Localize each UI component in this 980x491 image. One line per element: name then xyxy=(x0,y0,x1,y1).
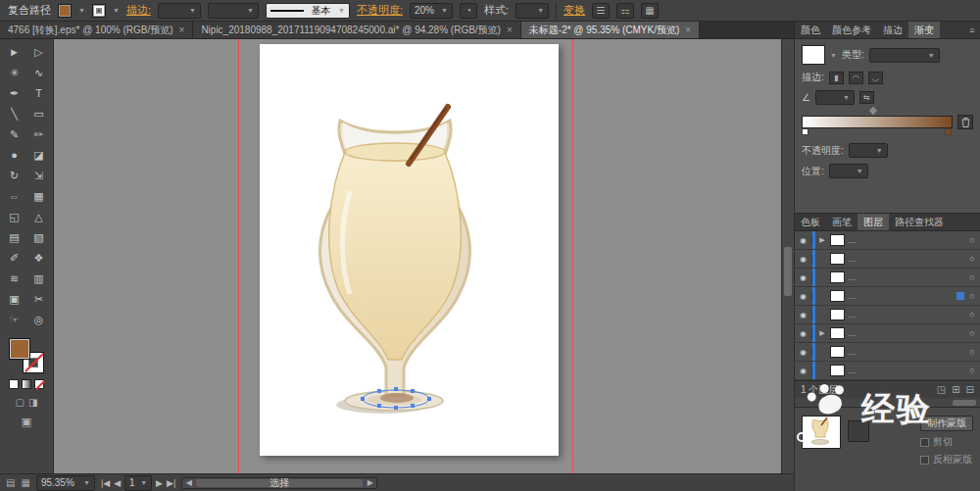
close-icon[interactable]: × xyxy=(507,25,513,35)
scale-tool[interactable]: ⇲ xyxy=(26,166,51,186)
stroke-color-swatch[interactable] xyxy=(92,4,106,18)
target-circle[interactable]: ○ xyxy=(964,328,980,338)
artwork-thumbnail[interactable] xyxy=(802,416,841,449)
layer-thumbnail[interactable] xyxy=(830,253,845,265)
artboard-tool[interactable]: ▣ xyxy=(2,289,26,310)
eyedropper-tool[interactable]: ✐ xyxy=(2,248,26,269)
mesh-tool[interactable]: ▤ xyxy=(2,227,26,248)
new-layer-icon[interactable]: ⊞ xyxy=(952,384,959,395)
stroke-gradient-across-icon[interactable]: ◡ xyxy=(868,72,883,84)
column-graph-tool[interactable]: ▥ xyxy=(26,269,51,289)
stroke-dropdown-arrow-icon[interactable]: ▼ xyxy=(113,7,120,14)
layer-row[interactable]: ◉…○ xyxy=(795,250,980,269)
target-circle[interactable]: ○ xyxy=(964,272,980,282)
symbol-sprayer-tool[interactable]: ≋ xyxy=(2,269,26,289)
layer-thumbnail[interactable] xyxy=(830,346,845,358)
clip-checkbox-row[interactable]: 剪切 xyxy=(920,435,953,449)
target-circle[interactable]: ○ xyxy=(964,235,980,245)
document-tab-3-active[interactable]: 未标题-2* @ 95.35% (CMYK/预览) × xyxy=(521,22,700,38)
panel-menu-icon[interactable]: ≡ xyxy=(964,22,980,38)
stroke-panel-link[interactable]: 描边: xyxy=(126,3,151,18)
stroke-gradient-within-icon[interactable]: ▮ xyxy=(829,72,844,84)
gradient-midpoint[interactable] xyxy=(869,107,877,115)
scroll-left-icon[interactable]: ◀ xyxy=(182,478,195,487)
layer-row[interactable]: ◉▶…○ xyxy=(795,231,980,250)
pencil-tool[interactable]: ✏ xyxy=(26,124,51,145)
last-artboard-icon[interactable]: ▶| xyxy=(167,478,175,488)
color-mode-icon[interactable] xyxy=(9,379,19,389)
perspective-grid-tool[interactable]: △ xyxy=(26,207,51,227)
blob-brush-tool[interactable]: ● xyxy=(2,145,26,166)
delete-layer-icon[interactable]: ⊟ xyxy=(966,384,974,395)
tab-color[interactable]: 颜色 xyxy=(795,22,826,38)
gradient-bar[interactable] xyxy=(802,116,953,128)
stroke-weight-dropdown[interactable]: ▼ xyxy=(158,3,201,19)
gradient-swatch-arrow-icon[interactable]: ▼ xyxy=(830,52,837,59)
artboard-number-dropdown[interactable]: 1▼ xyxy=(124,475,152,491)
layer-row[interactable]: ◉▶…○ xyxy=(795,324,980,343)
status-pages-icon[interactable]: ▦ xyxy=(21,477,29,488)
slice-tool[interactable]: ✂ xyxy=(26,289,51,310)
document-tab-1[interactable]: 4766 [转换].eps* @ 100% (RGB/预览) × xyxy=(0,22,193,38)
fill-dropdown-arrow-icon[interactable]: ▼ xyxy=(78,7,85,14)
tab-color-guide[interactable]: 颜色参考 xyxy=(826,22,877,38)
gradient-angle-dropdown[interactable]: ▼ xyxy=(815,90,855,105)
invert-mask-checkbox-row[interactable]: 反相蒙版 xyxy=(920,453,972,466)
type-tool[interactable]: T xyxy=(26,83,51,104)
vertical-scrollbar[interactable] xyxy=(781,39,794,473)
gradient-stop-start[interactable] xyxy=(802,128,808,135)
target-circle[interactable]: ○ xyxy=(964,291,980,301)
draw-normal-icon[interactable]: ▢ xyxy=(16,397,24,408)
previous-artboard-icon[interactable]: ◀ xyxy=(114,478,121,488)
layer-row[interactable]: ◉…○ xyxy=(795,269,980,287)
tab-swatches[interactable]: 色板 xyxy=(795,214,826,230)
stroke-style-dropdown[interactable]: 基本▼ xyxy=(266,3,350,19)
mask-thumbnail-placeholder[interactable] xyxy=(848,420,869,442)
recolor-artwork-icon[interactable]: ◔ xyxy=(460,3,477,19)
fill-color-swatch[interactable] xyxy=(58,4,72,18)
distribute-icon[interactable]: ⚏ xyxy=(616,3,634,19)
align-icon[interactable]: ☰ xyxy=(592,3,610,19)
layer-thumbnail[interactable] xyxy=(830,365,845,376)
document-tab-2[interactable]: Nipic_20180988_20171119094708245000.ai* … xyxy=(193,22,520,38)
visibility-eye-icon[interactable]: ◉ xyxy=(795,292,812,301)
rectangle-tool[interactable]: ▭ xyxy=(26,104,51,124)
stroke-gradient-along-icon[interactable]: ◠ xyxy=(849,72,863,84)
screen-mode-icon[interactable]: ▣ xyxy=(22,416,31,428)
make-mask-button[interactable]: 制作蒙版 xyxy=(920,416,973,431)
rotate-tool[interactable]: ↻ xyxy=(2,166,26,186)
pen-tool[interactable]: ✒ xyxy=(2,83,26,104)
zoom-tool[interactable]: ◎ xyxy=(26,310,51,330)
selection-tool[interactable]: ► xyxy=(2,42,26,63)
shape-builder-tool[interactable]: ◱ xyxy=(2,207,26,227)
vertical-scrollbar-thumb[interactable] xyxy=(784,247,792,296)
zoom-level-dropdown[interactable]: 95.35%▼ xyxy=(36,475,95,491)
visibility-eye-icon[interactable]: ◉ xyxy=(795,367,812,375)
draw-behind-icon[interactable]: ◨ xyxy=(28,397,37,408)
close-icon[interactable]: × xyxy=(685,25,691,35)
gradient-stop-end[interactable] xyxy=(945,128,952,135)
panel-scrollbar-thumb[interactable] xyxy=(953,400,976,406)
magic-wand-tool[interactable]: ✳ xyxy=(2,63,26,83)
target-circle[interactable]: ○ xyxy=(964,254,980,264)
layer-row[interactable]: ◉…○ xyxy=(795,287,980,306)
free-transform-tool[interactable]: ▦ xyxy=(26,186,51,207)
opacity-link[interactable]: 不透明度: xyxy=(357,3,403,18)
visibility-eye-icon[interactable]: ◉ xyxy=(795,348,812,357)
layer-thumbnail[interactable] xyxy=(830,309,845,320)
visibility-eye-icon[interactable]: ◉ xyxy=(795,236,812,245)
line-segment-tool[interactable]: ╲ xyxy=(2,104,26,124)
horizontal-scrollbar[interactable]: ◀ 选择 ▶ xyxy=(181,477,377,489)
gradient-position-dropdown[interactable]: ▼ xyxy=(829,164,868,178)
gradient-tool[interactable]: ▧ xyxy=(26,227,51,248)
layer-row[interactable]: ◉…○ xyxy=(795,362,980,380)
layer-thumbnail[interactable] xyxy=(830,271,845,283)
target-circle[interactable]: ○ xyxy=(964,347,980,357)
reverse-gradient-icon[interactable]: ⇆ xyxy=(859,91,874,104)
horizontal-scrollbar-thumb[interactable]: 选择 xyxy=(196,479,363,487)
canvas[interactable] xyxy=(54,39,794,473)
width-tool[interactable]: ⇔ xyxy=(2,186,26,207)
gradient-opacity-dropdown[interactable]: ▼ xyxy=(849,143,888,158)
status-grid-icon[interactable]: ▤ xyxy=(6,477,15,488)
close-icon[interactable]: × xyxy=(179,25,185,35)
